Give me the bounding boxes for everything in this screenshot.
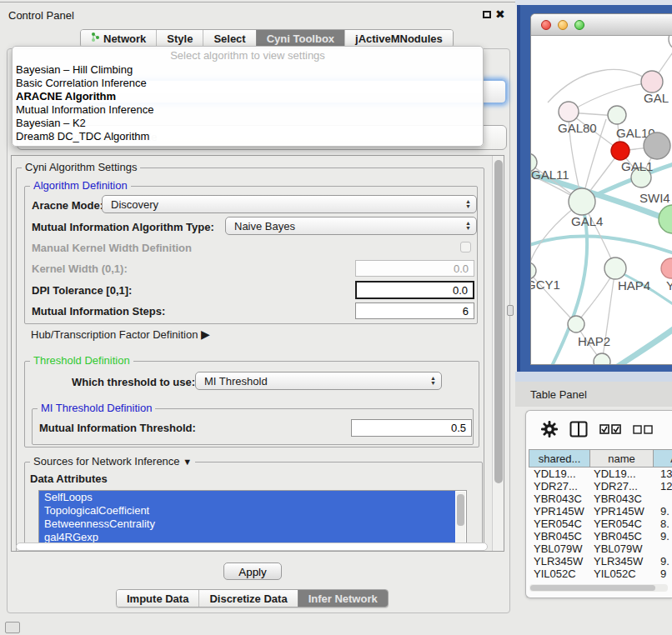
- table-body: YDL19...YDL19...13YDR27...YDR27...12YBR0…: [529, 468, 672, 580]
- which-threshold-combobox[interactable]: MI Threshold ▲▼: [195, 372, 442, 390]
- mi-steps-input[interactable]: [355, 302, 474, 319]
- manual-kernel-checkbox[interactable]: [460, 242, 471, 252]
- data-attributes-list[interactable]: SelfLoopsTopologicalCoefficientBetweenne…: [38, 490, 467, 545]
- mi-threshold-input[interactable]: [351, 419, 472, 437]
- network-node[interactable]: [594, 353, 610, 365]
- table-row[interactable]: YER054CYER054C8.: [529, 518, 672, 530]
- unchecked-boxes-icon[interactable]: [633, 425, 653, 434]
- table-row[interactable]: YIL052CYIL052C9: [529, 568, 672, 580]
- table-header-row: shared...nameA: [529, 449, 672, 468]
- docked-window-icon[interactable]: [5, 622, 20, 633]
- column-header-name[interactable]: name: [590, 449, 654, 468]
- table-row[interactable]: YDR27...YDR27...12: [529, 480, 672, 492]
- table-cell: YPR145W: [590, 505, 654, 518]
- network-node-label-gal: GAL: [644, 91, 669, 105]
- network-node-gcy1[interactable]: [531, 262, 536, 279]
- table-row[interactable]: YLR345WYLR345W9.: [529, 555, 672, 568]
- network-node-label-y: Y: [666, 278, 672, 292]
- attribute-item-betweennesscentrality[interactable]: BetweennessCentrality: [39, 518, 455, 531]
- tab-jactivemnodules[interactable]: jActiveMNodules: [344, 30, 453, 47]
- zoom-traffic-light[interactable]: [574, 20, 584, 30]
- split-columns-icon[interactable]: [569, 421, 588, 438]
- bottom-tab-infer-network[interactable]: Infer Network: [298, 590, 388, 607]
- attribute-item-selfloops[interactable]: SelfLoops: [39, 491, 455, 504]
- attribute-item-topologicalcoefficient[interactable]: TopologicalCoefficient: [39, 504, 455, 518]
- network-view-frame: GALGAL80GAL10GAL1GAL11SWI4GAL4GCY1HAP4YH…: [517, 5, 672, 372]
- dropdown-option-bayesian-hill-climbing[interactable]: Bayesian – Hill Climbing: [13, 63, 483, 77]
- network-node-label-gal1: GAL1: [621, 159, 653, 173]
- network-node-hap4[interactable]: [604, 258, 626, 279]
- application-window: Control Panel ✖ NetworkStyleSelectCyni T…: [0, 0, 672, 635]
- table-row[interactable]: YBR045CYBR045C9.: [529, 530, 672, 542]
- kernel-width-input[interactable]: [355, 260, 474, 277]
- table-cell: YBL079W: [529, 542, 590, 555]
- column-header-a[interactable]: A: [654, 449, 672, 468]
- network-node-label-gcy1: GCY1: [531, 278, 560, 292]
- close-icon[interactable]: ✖: [495, 8, 505, 21]
- attributes-list-scrollbar[interactable]: [456, 492, 465, 543]
- apply-button[interactable]: Apply: [223, 562, 282, 580]
- network-node[interactable]: [611, 142, 629, 160]
- mi-algorithm-type-combobox[interactable]: Naive Bayes ▲▼: [225, 217, 477, 235]
- table-horizontal-scrollbar[interactable]: [529, 584, 668, 592]
- settings-vertical-scroll-thumb[interactable]: [494, 160, 503, 483]
- table-row[interactable]: YBL079WYBL079W: [529, 542, 672, 555]
- network-node[interactable]: [669, 36, 672, 50]
- control-panel-title: Control Panel: [8, 9, 74, 22]
- dropdown-option-basic-correlation-inference[interactable]: Basic Correlation Inference: [13, 77, 483, 90]
- network-node[interactable]: [644, 132, 670, 159]
- aracne-mode-label: Aracne Mode:: [32, 199, 103, 212]
- table-row[interactable]: YPR145WYPR145W9.: [529, 505, 672, 518]
- checked-boxes-icon[interactable]: [599, 424, 621, 434]
- network-frame-bottom-band: [515, 372, 672, 382]
- panel-divider-handle[interactable]: [507, 305, 514, 316]
- combo-arrows-icon: ▲▼: [465, 199, 471, 209]
- table-cell: [654, 542, 672, 555]
- table-row[interactable]: YBR043CYBR043C: [529, 492, 672, 505]
- network-node-hap2[interactable]: [568, 316, 584, 332]
- algorithm-definition-group: Algorithm Definition Aracne Mode: Discov…: [24, 186, 478, 324]
- network-node-gal10[interactable]: [608, 106, 626, 124]
- table-cell: 9: [654, 568, 672, 580]
- dropdown-option-dream8-dc-tdc-algorithm[interactable]: Dream8 DC_TDC Algorithm: [13, 130, 483, 143]
- network-node-gal80[interactable]: [559, 102, 579, 122]
- bottom-tab-discretize-data[interactable]: Discretize Data: [198, 590, 297, 607]
- network-node-gal4[interactable]: [569, 188, 595, 215]
- table-row[interactable]: YDL19...YDL19...13: [529, 468, 672, 480]
- network-node-gal[interactable]: [641, 71, 663, 92]
- control-panel-tabbar: NetworkStyleSelectCyni ToolboxjActiveMNo…: [80, 29, 454, 48]
- table-cell: [654, 492, 672, 505]
- close-traffic-light[interactable]: [541, 20, 551, 30]
- kernel-width-label: Kernel Width (0,1):: [32, 262, 128, 275]
- tab-select[interactable]: Select: [203, 30, 255, 47]
- table-scroll-thumb[interactable]: [530, 585, 655, 591]
- tab-cyni-toolbox[interactable]: Cyni Toolbox: [256, 30, 344, 47]
- settings-vertical-scrollbar[interactable]: [492, 156, 504, 551]
- column-header-shared[interactable]: shared...: [529, 449, 590, 468]
- table-cell: YER054C: [590, 518, 654, 530]
- sources-title-text: Sources for Network Inference: [33, 455, 180, 468]
- network-window-titlebar[interactable]: [531, 14, 672, 36]
- network-node[interactable]: [659, 205, 672, 233]
- tab-network[interactable]: Network: [81, 30, 156, 47]
- dropdown-option-bayesian-k2[interactable]: Bayesian – K2: [13, 117, 483, 130]
- attributes-list-scroll-thumb[interactable]: [457, 494, 464, 526]
- settings-horizontal-scrollbar[interactable]: [16, 542, 488, 551]
- bottom-tab-impute-data[interactable]: Impute Data: [117, 590, 198, 607]
- hub-section-toggle[interactable]: Hub/Transcription Factor Definition ▶: [31, 328, 210, 341]
- mi-threshold-label: Mutual Information Threshold:: [39, 422, 196, 434]
- network-node-y[interactable]: [661, 258, 672, 278]
- network-canvas[interactable]: GALGAL80GAL10GAL1GAL11SWI4GAL4GCY1HAP4YH…: [531, 36, 672, 365]
- threshold-definition-group: Threshold Definition Which threshold to …: [24, 361, 479, 448]
- minimize-traffic-light[interactable]: [558, 20, 568, 30]
- dpi-tolerance-input[interactable]: [355, 281, 474, 299]
- tab-style[interactable]: Style: [156, 30, 203, 47]
- network-window: GALGAL80GAL10GAL1GAL11SWI4GAL4GCY1HAP4YH…: [530, 13, 672, 365]
- mi-threshold-definition-title: MI Threshold Definition: [38, 402, 155, 414]
- sources-group-title[interactable]: Sources for Network Inference ▼: [30, 455, 195, 468]
- dropdown-option-mutual-information-inference[interactable]: Mutual Information Inference: [13, 103, 483, 117]
- gear-icon[interactable]: [541, 421, 558, 438]
- aracne-mode-combobox[interactable]: Discovery ▲▼: [102, 195, 477, 213]
- dropdown-option-aracne-algorithm[interactable]: ARACNE Algorithm: [13, 90, 483, 103]
- float-window-icon[interactable]: [483, 11, 491, 18]
